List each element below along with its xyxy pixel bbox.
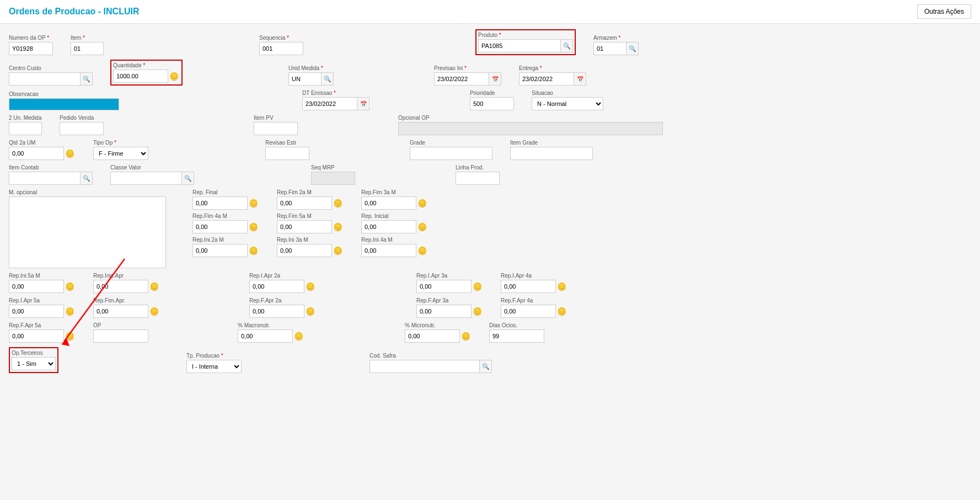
rep-f-apr-3a-coin[interactable]: 🪙: [472, 307, 483, 316]
item-grade-input[interactable]: [510, 147, 593, 160]
rep-ini-3a-m-label: Rep.Ini 3a M: [277, 237, 344, 243]
rep-fim-2a-m-coin[interactable]: 🪙: [332, 199, 344, 208]
prioridade-label: Prioridade: [470, 90, 514, 96]
rep-f-apr-4a-coin[interactable]: 🪙: [556, 307, 567, 316]
rep-fim-5a-m-input[interactable]: [277, 220, 332, 233]
rep-ini-4a-m-coin[interactable]: 🪙: [416, 246, 428, 255]
entrega-input[interactable]: [519, 72, 574, 86]
item-contab-input[interactable]: [9, 172, 81, 185]
rep-f-apr-5a-coin[interactable]: 🪙: [64, 332, 76, 341]
rep-i-apr-5a-coin[interactable]: 🪙: [64, 307, 76, 316]
rep-ini-2a-m-input[interactable]: [192, 244, 248, 257]
linha-prod-input[interactable]: [456, 172, 500, 185]
rep-f-apr-3a-input[interactable]: [416, 305, 472, 318]
rep-final-coin[interactable]: 🪙: [248, 199, 259, 208]
rep-fim-3a-m-input[interactable]: [361, 196, 416, 210]
dt-emissao-calendar-button[interactable]: 📅: [357, 97, 369, 110]
item-grade-group: Item Grade: [510, 140, 593, 160]
rep-f-apr-2a-input[interactable]: [249, 305, 304, 318]
tipo-op-select[interactable]: F - Firme: [93, 147, 148, 160]
m-opcional-textarea[interactable]: [9, 196, 166, 268]
opcional-op-input[interactable]: [398, 122, 663, 135]
item-pv-input[interactable]: [254, 122, 298, 135]
op-input[interactable]: [93, 329, 148, 343]
rep-inicial-input[interactable]: [361, 220, 416, 233]
pedido-venda-input[interactable]: [60, 122, 104, 135]
dt-emissao-input[interactable]: [302, 97, 357, 110]
cod-safra-input[interactable]: [369, 360, 480, 373]
rep-i-apr-4a-input[interactable]: [501, 280, 556, 293]
item-contab-search-button[interactable]: 🔍: [81, 172, 93, 185]
unid-medida-search-button[interactable]: 🔍: [322, 72, 334, 86]
rep-final-input[interactable]: [192, 196, 248, 210]
armazem-input[interactable]: [593, 42, 626, 55]
rep-i-apr-5a-input[interactable]: [9, 305, 64, 318]
pct-macronutr-input[interactable]: [238, 329, 293, 343]
rep-i-apr-4a-coin[interactable]: 🪙: [556, 282, 567, 291]
rep-f-apr-4a-input[interactable]: [501, 305, 556, 318]
rep-inicial-coin[interactable]: 🪙: [416, 222, 428, 231]
numero-op-input[interactable]: [9, 42, 53, 55]
previsao-ini-calendar-button[interactable]: 📅: [489, 72, 501, 86]
rep-i-apr-5a-label: Rep.I.Apr 5a: [9, 297, 76, 304]
tp-producao-select[interactable]: I - Interna: [186, 360, 242, 373]
qtd-2a-um-coin-button[interactable]: 🪙: [64, 149, 76, 158]
rep-inic-apr-input[interactable]: [93, 280, 148, 293]
sequencia-input[interactable]: [259, 42, 303, 55]
produto-search-button[interactable]: 🔍: [561, 39, 573, 52]
rep-f-apr-2a-label: Rep.F.Apr 2a: [249, 297, 316, 304]
rep-fim-4a-m-input[interactable]: [192, 220, 248, 233]
rep-ini-2a-m-coin[interactable]: 🪙: [248, 246, 259, 255]
classe-valor-search-button[interactable]: 🔍: [182, 172, 194, 185]
entrega-calendar-button[interactable]: 📅: [574, 72, 586, 86]
un-medida-2-input[interactable]: [9, 122, 42, 135]
situacao-select[interactable]: N - Normal: [532, 97, 603, 110]
rep-fim-3a-m-coin[interactable]: 🪙: [416, 199, 428, 208]
unid-medida-input[interactable]: [288, 72, 322, 86]
pct-micronutr-coin[interactable]: 🪙: [460, 332, 472, 341]
rep-i-apr-3a-input[interactable]: [416, 280, 472, 293]
centro-custo-search-button[interactable]: 🔍: [81, 72, 93, 86]
rep-fim-2a-m-input[interactable]: [277, 196, 332, 210]
observacao-input[interactable]: [9, 98, 119, 110]
op-label: OP: [93, 322, 148, 328]
rep-i-apr-2a-coin[interactable]: 🪙: [304, 282, 316, 291]
op-terceiros-select[interactable]: 1 - Sim: [12, 357, 56, 370]
rep-fim-5a-m-coin[interactable]: 🪙: [332, 222, 344, 231]
cod-safra-search-button[interactable]: 🔍: [480, 360, 492, 373]
produto-input[interactable]: [478, 39, 561, 52]
prioridade-input[interactable]: [470, 97, 514, 110]
rep-ini-3a-m-coin[interactable]: 🪙: [332, 246, 344, 255]
pct-micronutr-input[interactable]: [405, 329, 460, 343]
rep-fim-apr-coin[interactable]: 🪙: [148, 307, 160, 316]
grade-input[interactable]: [410, 147, 492, 160]
seq-mrp-input[interactable]: [311, 172, 355, 185]
rep-ini-4a-m-input[interactable]: [361, 244, 416, 257]
revisao-estr-input[interactable]: [265, 147, 309, 160]
dias-ocios-input[interactable]: [489, 329, 544, 343]
item-label: Item *: [71, 35, 104, 41]
rep-ini-5a-m-coin[interactable]: 🪙: [64, 282, 76, 291]
rep-ini-5a-m-input[interactable]: [9, 280, 64, 293]
centro-custo-input[interactable]: [9, 72, 81, 86]
rep-fim-apr-input[interactable]: [93, 305, 148, 318]
armazem-search-button[interactable]: 🔍: [626, 42, 639, 55]
item-input[interactable]: [71, 42, 104, 55]
qtd-2a-um-input[interactable]: [9, 147, 64, 160]
quantidade-coin-button[interactable]: 🪙: [168, 72, 180, 81]
rep-i-apr-3a-coin[interactable]: 🪙: [472, 282, 483, 291]
entrega-wrapper: 📅: [519, 72, 586, 86]
cod-safra-label: Cod. Safra: [369, 353, 492, 359]
outras-acoes-button[interactable]: Outras Ações: [917, 4, 971, 19]
classe-valor-input[interactable]: [110, 172, 182, 185]
pct-macronutr-coin[interactable]: 🪙: [293, 332, 304, 341]
rep-f-apr-5a-input[interactable]: [9, 329, 64, 343]
item-grade-label: Item Grade: [510, 140, 593, 146]
rep-f-apr-2a-coin[interactable]: 🪙: [304, 307, 316, 316]
rep-inic-apr-coin[interactable]: 🪙: [148, 282, 160, 291]
rep-fim-4a-m-coin[interactable]: 🪙: [248, 222, 259, 231]
rep-i-apr-2a-input[interactable]: [249, 280, 304, 293]
quantidade-input[interactable]: [113, 70, 168, 83]
rep-ini-3a-m-input[interactable]: [277, 244, 332, 257]
previsao-ini-input[interactable]: [434, 72, 489, 86]
